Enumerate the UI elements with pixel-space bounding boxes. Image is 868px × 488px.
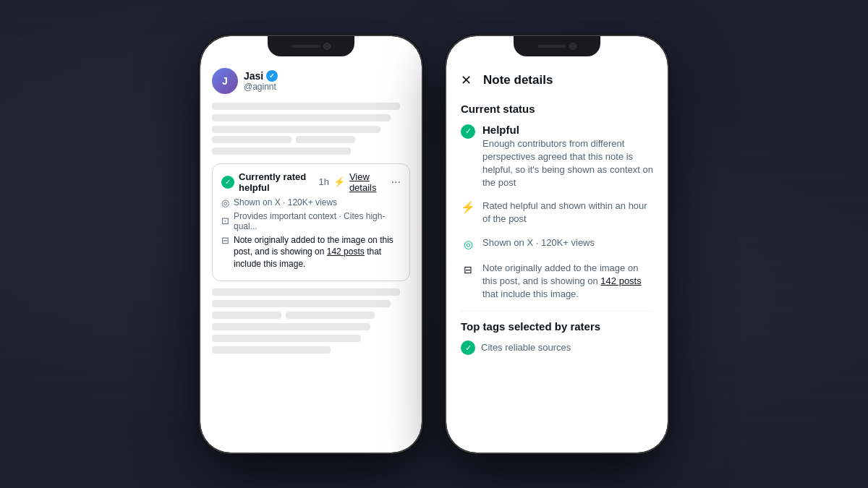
helpful-status-item: ✓ Helpful Enough contributors from diffe…	[461, 124, 653, 190]
phone-right-screen: ✕ Note details Current status ✓ Helpful …	[446, 36, 668, 453]
helpful-check-icon: ✓	[461, 124, 475, 139]
note-details-content: ✕ Note details Current status ✓ Helpful …	[446, 59, 668, 453]
tag-check-icon: ✓	[461, 341, 475, 355]
tag-1-text: Cites reliable sources	[481, 342, 571, 353]
helpful-label: Currently rated helpful	[239, 171, 314, 193]
tweet-header: J Jasi ✓ @aginnt	[212, 68, 410, 94]
note-time: 1h	[318, 176, 328, 187]
shown-on-item: ◎ Shown on X · 120K+ views	[461, 236, 653, 252]
lightning-status-icon: ⚡	[461, 200, 475, 214]
verified-badge: ✓	[266, 70, 278, 82]
note-details-title: Note details	[483, 73, 553, 87]
posts-link[interactable]: 142 posts	[327, 247, 365, 257]
notch-left	[268, 36, 354, 56]
rated-helpful-text: Rated helpful and shown within an hour o…	[482, 200, 653, 226]
skeleton-bot-4	[212, 323, 370, 330]
note-details-header: ✕ Note details	[461, 68, 653, 88]
note-helpful-row: ✓ Currently rated helpful 1h ⚡ View deta…	[221, 171, 401, 193]
view-details-link[interactable]: View details	[349, 171, 387, 193]
tweet-username-block: Jasi ✓ @aginnt	[244, 70, 278, 92]
shown-on-detail-text: Shown on X · 120K+ views	[482, 236, 595, 249]
provides-context-row: ⊡ Provides important context · Cites hig…	[221, 211, 401, 231]
skeleton-line-3	[212, 126, 380, 133]
image-note-row: ⊟ Note originally added to the image on …	[221, 234, 401, 270]
top-tags-title: Top tags selected by raters	[461, 320, 653, 333]
avatar: J	[212, 68, 238, 94]
phone-left: J Jasi ✓ @aginnt	[199, 35, 423, 454]
username-text: Jasi	[244, 70, 263, 82]
image-note-detail-suffix: that include this image.	[482, 288, 579, 299]
shown-on-row: ◎ Shown on X · 120K+ views	[221, 197, 401, 208]
notch-camera	[323, 43, 331, 50]
image-icon: ⊟	[221, 235, 229, 246]
helpful-text-block: Helpful Enough contributors from differe…	[482, 124, 653, 190]
phone-left-screen: J Jasi ✓ @aginnt	[200, 36, 422, 453]
notch-right-camera	[569, 43, 576, 50]
helpful-description: Enough contributors from different persp…	[482, 137, 653, 190]
skeleton-line-5	[212, 147, 351, 155]
image-note-text: Note originally added to the image on th…	[234, 234, 401, 270]
context-icon: ⊡	[221, 215, 229, 226]
skeleton-line-2	[212, 114, 391, 121]
notch-speaker	[292, 45, 320, 48]
skeleton-bot-6	[212, 346, 331, 354]
note-banner: ✓ Currently rated helpful 1h ⚡ View deta…	[212, 163, 410, 281]
rated-helpful-item: ⚡ Rated helpful and shown within an hour…	[461, 200, 653, 226]
current-status-title: Current status	[461, 103, 653, 115]
helpful-main-label: Helpful	[482, 124, 653, 136]
posts-detail-link[interactable]: 142 posts	[600, 275, 641, 286]
image-note-detail-text: Note originally added to the image on th…	[482, 262, 653, 301]
provides-context-text: Provides important context · Cites high-…	[234, 211, 401, 231]
divider	[461, 311, 653, 312]
close-button[interactable]: ✕	[461, 72, 472, 88]
tag-item-1: ✓ Cites reliable sources	[461, 340, 653, 355]
shown-on-text: Shown on X · 120K+ views	[234, 197, 337, 207]
skeleton-bot-5	[212, 335, 361, 342]
green-check-icon: ✓	[221, 176, 234, 189]
image-note-item: ⊟ Note originally added to the image on …	[461, 262, 653, 301]
notch-right	[514, 36, 600, 56]
more-button[interactable]: ···	[391, 176, 401, 189]
eye-status-icon: ◎	[461, 237, 475, 252]
skeleton-bot-3b	[286, 312, 375, 319]
skeleton-bot-1	[212, 288, 400, 296]
skeleton-line-4b	[296, 136, 355, 143]
eye-icon: ◎	[221, 197, 229, 208]
tweet-content: J Jasi ✓ @aginnt	[200, 59, 422, 453]
skeleton-bot-2	[212, 300, 391, 307]
tweet-name: Jasi ✓	[244, 70, 278, 82]
tweet-handle: @aginnt	[244, 82, 278, 92]
skeleton-bot-3a	[212, 312, 281, 319]
lightning-icon: ⚡	[333, 176, 345, 187]
notch-right-speaker	[537, 45, 566, 48]
image-status-icon: ⊟	[461, 262, 475, 277]
skeleton-line-4a	[212, 136, 292, 143]
phone-right: ✕ Note details Current status ✓ Helpful …	[445, 35, 669, 454]
phones-container: J Jasi ✓ @aginnt	[199, 35, 669, 454]
skeleton-line-1	[212, 103, 400, 110]
